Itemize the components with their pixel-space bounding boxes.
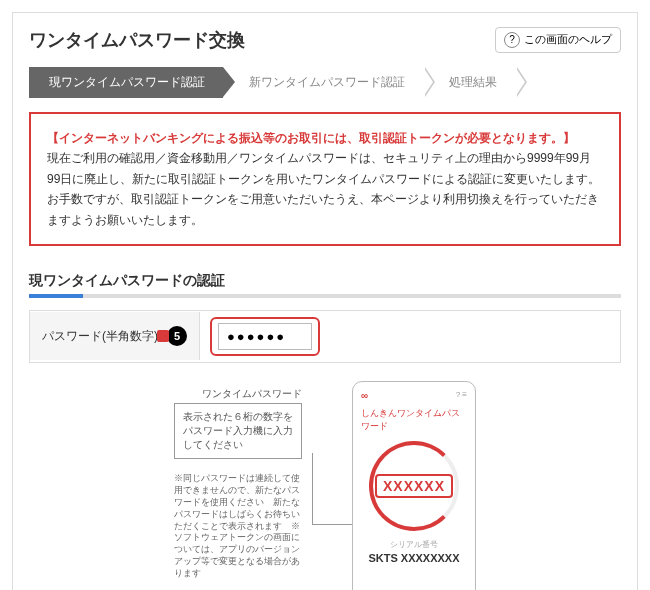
page-title: ワンタイムパスワード交換 xyxy=(29,28,245,52)
phone-top-row: ∞ ? ≡ xyxy=(361,390,467,401)
phone-mockup: ∞ ? ≡ しんきんワンタイムパスワード XXXXXX シリアル番号 SKTS … xyxy=(352,381,476,590)
phone-otp-label: しんきんワンタイムパスワード xyxy=(361,407,467,433)
step-badge-5: 5 xyxy=(167,326,187,346)
phone-serial: SKTS XXXXXXXX xyxy=(368,552,459,564)
password-input[interactable] xyxy=(218,323,312,350)
callout-title: ワンタイムパスワード xyxy=(202,387,302,401)
callout-notes: ※同じパスワードは連続して使用できませんので、新たなパスワードを使用ください 新… xyxy=(174,473,302,580)
password-row: パスワード(半角数字) 5 xyxy=(29,310,621,363)
help-button[interactable]: この画面のヘルプ xyxy=(495,27,621,53)
page-container: ワンタイムパスワード交換 この画面のヘルプ 現ワンタイムパスワード認証 新ワンタ… xyxy=(12,12,638,590)
notice-line-1: 現在ご利用の確認用／資金移動用／ワンタイムパスワードは、セキュリティ上の理由から… xyxy=(47,148,603,189)
phone-help-icon: ? xyxy=(456,390,460,399)
header: ワンタイムパスワード交換 この画面のヘルプ xyxy=(29,27,621,53)
password-label-cell: パスワード(半角数字) 5 xyxy=(30,312,200,360)
password-label: パスワード(半角数字) xyxy=(42,328,158,345)
phone-logo-icon: ∞ xyxy=(361,390,368,401)
phone-menu-icon: ≡ xyxy=(462,390,467,399)
step-result: 処理結果 xyxy=(423,67,515,98)
step-indicator: 現ワンタイムパスワード認証 新ワンタイムパスワード認証 処理結果 xyxy=(29,67,621,98)
notice-line-2: お手数ですが、取引認証トークンをご用意いただいたうえ、本ページより利用切換えを行… xyxy=(47,189,603,230)
section-bar xyxy=(29,294,621,298)
phone-serial-label: シリアル番号 xyxy=(390,539,438,550)
password-highlight xyxy=(210,317,320,356)
connector-line xyxy=(312,453,352,525)
illustration-area: ワンタイムパスワード 表示された６桁の数字をパスワード入力機に入力してください … xyxy=(29,381,621,590)
notice-box: 【インターネットバンキングによる振込等のお取引には、取引認証トークンが必要となり… xyxy=(29,112,621,246)
phone-otp-code: XXXXXX xyxy=(375,474,453,498)
step-current: 現ワンタイムパスワード認証 xyxy=(29,67,223,98)
step-new-otp: 新ワンタイムパスワード認証 xyxy=(223,67,423,98)
callout-column: ワンタイムパスワード 表示された６桁の数字をパスワード入力機に入力してください … xyxy=(174,381,302,590)
notice-emphasis: 【インターネットバンキングによる振込等のお取引には、取引認証トークンが必要となり… xyxy=(47,128,603,148)
section-title: 現ワンタイムパスワードの認証 xyxy=(29,272,621,290)
callout-box: 表示された６桁の数字をパスワード入力機に入力してください xyxy=(174,403,302,459)
phone-progress-ring: XXXXXX xyxy=(369,441,459,531)
